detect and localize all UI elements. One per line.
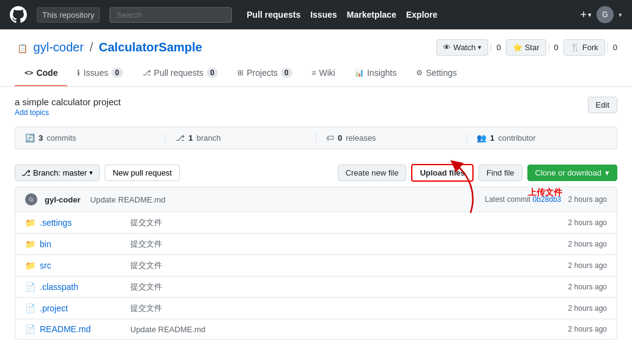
tab-insights[interactable]: 📊 Insights (345, 61, 406, 86)
fork-count: 0 (608, 43, 617, 52)
repo-body: a simple calculator project Add topics E… (0, 87, 632, 349)
file-doc-icon: 📄 (25, 303, 35, 313)
github-logo[interactable] (10, 6, 27, 23)
user-avatar[interactable]: G (597, 6, 614, 23)
pr-icon: ⎇ (143, 69, 151, 77)
create-new-file-button[interactable]: Create new file (338, 165, 407, 181)
file-name-link[interactable]: .classpath (40, 282, 125, 292)
watch-button[interactable]: 👁 Watch ▾ (436, 39, 488, 56)
projects-icon: ⊞ (237, 69, 244, 77)
toolbar-left: ⎇ Branch: master ▾ New pull request (15, 165, 180, 181)
file-time: 2 hours ago (568, 325, 607, 333)
file-commit-msg: 提交文件 (130, 239, 563, 250)
file-name-link[interactable]: README.md (40, 324, 125, 334)
tab-code[interactable]: <> Code (15, 61, 67, 86)
file-doc-icon: 📄 (25, 324, 35, 334)
repo-owner-link[interactable]: gyl-coder (34, 40, 84, 54)
insights-icon: 📊 (355, 69, 364, 77)
tab-issues[interactable]: ℹ Issues 0 (67, 61, 132, 86)
file-commit-msg: 提交文件 (130, 217, 563, 228)
file-time: 2 hours ago (568, 261, 607, 270)
wiki-icon: ≡ (312, 69, 316, 77)
watch-count: 0 (491, 43, 500, 52)
search-input[interactable] (110, 7, 232, 23)
fork-group: 🍴 Fork 0 (563, 39, 617, 56)
file-commit-msg: 提交文件 (130, 281, 563, 292)
commit-meta: Latest commit 0b28db3 2 hours ago (485, 195, 607, 204)
clone-chevron: ▾ (605, 168, 609, 177)
file-row: 📁 src 提交文件 2 hours ago (15, 255, 617, 277)
top-nav-right: + ▾ G ▾ (580, 6, 622, 23)
nav-pull-requests[interactable]: Pull requests (247, 10, 300, 20)
file-commit-msg: Update README.md (130, 325, 563, 334)
nav-issues[interactable]: Issues (310, 10, 337, 20)
upload-files-button[interactable]: Upload files (411, 164, 474, 182)
this-repo-button[interactable]: This repository (37, 7, 100, 23)
folder-icon: 📁 (25, 261, 35, 270)
desc-row: a simple calculator project Add topics E… (15, 97, 617, 117)
tab-projects[interactable]: ⊞ Projects 0 (228, 61, 302, 86)
toolbar-wrapper: ⎇ Branch: master ▾ New pull request Crea… (15, 164, 617, 182)
commit-hash-link[interactable]: 0b28db3 (533, 195, 562, 204)
tab-wiki[interactable]: ≡ Wiki (302, 61, 345, 86)
language-bar (15, 149, 617, 154)
file-row: 📁 bin 提交文件 2 hours ago (15, 234, 617, 255)
tag-icon: 🏷 (326, 133, 334, 143)
commit-message: Update README.md (91, 195, 166, 204)
stats-bar: 🔄 3 commits ⎇ 1 branch 🏷 0 releases 👥 1 … (15, 127, 617, 149)
commit-time: 2 hours ago (568, 195, 607, 204)
commit-author-name: gyl-coder (45, 195, 81, 204)
settings-icon: ⚙ (416, 69, 423, 77)
clone-or-download-button[interactable]: Clone or download ▾ (527, 165, 617, 181)
find-file-button[interactable]: Find file (478, 165, 522, 181)
nav-explore[interactable]: Explore (406, 10, 437, 20)
watch-group: 👁 Watch ▾ 0 (436, 39, 501, 56)
file-row: 📄 .classpath 提交文件 2 hours ago (15, 277, 617, 298)
commits-stat[interactable]: 🔄 3 commits (25, 133, 166, 143)
star-group: ⭐ Star 0 (506, 39, 559, 56)
nav-marketplace[interactable]: Marketplace (347, 10, 396, 20)
edit-button[interactable]: Edit (588, 97, 617, 113)
folder-icon: 📁 (25, 239, 35, 249)
file-table-header: G gyl-coder Update README.md Latest comm… (15, 187, 617, 212)
top-nav: This repository Pull requests Issues Mar… (0, 0, 632, 29)
commit-author-avatar: G (25, 193, 37, 206)
issues-icon: ℹ (77, 69, 80, 77)
fork-icon: 🍴 (570, 43, 580, 52)
code-icon: <> (24, 69, 33, 77)
branches-stat[interactable]: ⎇ 1 branch (176, 133, 316, 143)
new-pull-request-button[interactable]: New pull request (105, 165, 180, 181)
repo-name-link[interactable]: CalculatorSample (99, 40, 203, 54)
branch-icon: ⎇ (176, 133, 185, 143)
top-nav-links: Pull requests Issues Marketplace Explore (247, 10, 437, 20)
file-name-link[interactable]: bin (40, 239, 125, 249)
avatar-dropdown[interactable]: ▾ (619, 11, 622, 19)
file-name-link[interactable]: src (40, 261, 125, 270)
branch-chevron: ▾ (89, 169, 93, 177)
desc-block: a simple calculator project Add topics (15, 97, 121, 117)
fork-button[interactable]: 🍴 Fork (563, 39, 605, 56)
tab-pull-requests[interactable]: ⎇ Pull requests 0 (133, 61, 228, 86)
add-topics-link[interactable]: Add topics (15, 108, 49, 117)
toolbar: ⎇ Branch: master ▾ New pull request Crea… (15, 164, 617, 182)
star-button[interactable]: ⭐ Star (506, 39, 546, 56)
contributors-stat[interactable]: 👥 1 contributor (477, 133, 607, 143)
breadcrumb: 📋 gyl-coder / CalculatorSample (15, 40, 202, 54)
file-name-link[interactable]: .settings (40, 218, 125, 228)
commits-icon: 🔄 (25, 133, 35, 143)
breadcrumb-separator: / (89, 40, 96, 54)
file-doc-icon: 📄 (25, 282, 35, 292)
file-row: 📄 .project 提交文件 2 hours ago (15, 298, 617, 319)
file-time: 2 hours ago (568, 218, 607, 227)
repo-actions: 👁 Watch ▾ 0 ⭐ Star 0 🍴 Fork 0 (436, 39, 617, 56)
repo-description: a simple calculator project (15, 97, 121, 107)
toolbar-right: Create new file Upload files Find file C… (338, 164, 617, 182)
branch-selector[interactable]: ⎇ Branch: master ▾ (15, 165, 100, 181)
file-table: G gyl-coder Update README.md Latest comm… (15, 187, 617, 340)
file-time: 2 hours ago (568, 240, 607, 248)
tab-settings[interactable]: ⚙ Settings (406, 61, 467, 86)
file-name-link[interactable]: .project (40, 303, 125, 313)
new-plus-button[interactable]: + ▾ (580, 9, 592, 21)
folder-icon: 📁 (25, 218, 35, 228)
releases-stat[interactable]: 🏷 0 releases (326, 133, 467, 143)
